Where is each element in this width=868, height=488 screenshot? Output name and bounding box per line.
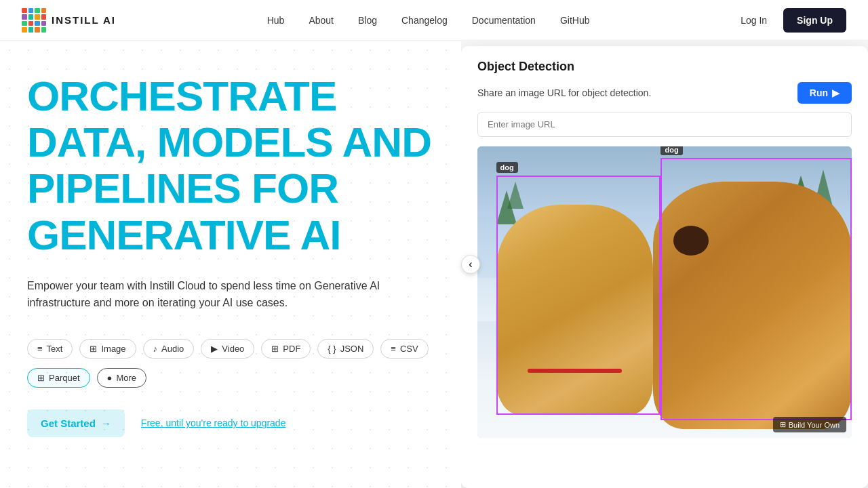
logo[interactable]: INSTILL AI bbox=[22, 8, 116, 33]
right-panel: Object Detection Share an image URL for … bbox=[461, 41, 868, 488]
tag-more[interactable]: ● More bbox=[97, 368, 146, 388]
hero-text: ORCHESTRATE DATA, MODELS AND PIPELINES F… bbox=[27, 73, 434, 437]
video-icon: ▶ bbox=[211, 344, 218, 354]
detection-image: dog dog ⊞ Build Your Own bbox=[477, 146, 852, 438]
bbox-dog-2: dog bbox=[660, 158, 852, 420]
main-content: ORCHESTRATE DATA, MODELS AND PIPELINES F… bbox=[0, 41, 868, 488]
bbox-dog-1: dog bbox=[496, 176, 661, 415]
image-icon: ⊞ bbox=[90, 344, 97, 354]
nav-about[interactable]: About bbox=[309, 15, 334, 26]
tag-image[interactable]: ⊞ Image bbox=[79, 339, 136, 359]
nav-links: Hub About Blog Changelog Documentation G… bbox=[267, 15, 590, 26]
logo-icon bbox=[22, 8, 46, 33]
bbox-label-2: dog bbox=[660, 146, 682, 155]
build-icon: ⊞ bbox=[780, 420, 786, 429]
od-card-header: Object Detection bbox=[477, 60, 852, 74]
od-top-row: Share an image URL for object detection.… bbox=[477, 82, 852, 104]
tag-json[interactable]: { } JSON bbox=[317, 339, 374, 359]
tag-audio[interactable]: ♪ Audio bbox=[143, 339, 195, 359]
build-your-own-button[interactable]: ⊞ Build Your Own bbox=[773, 417, 846, 432]
json-icon: { } bbox=[328, 344, 336, 354]
hero-title: ORCHESTRATE DATA, MODELS AND PIPELINES F… bbox=[27, 73, 434, 258]
od-subtitle: Share an image URL for object detection. bbox=[477, 87, 651, 98]
nav-hub[interactable]: Hub bbox=[267, 15, 285, 26]
nav-blog[interactable]: Blog bbox=[358, 15, 377, 26]
tag-text[interactable]: ≡ Text bbox=[27, 339, 73, 359]
chevron-left-icon: ‹ bbox=[469, 258, 472, 270]
tag-pdf[interactable]: ⊞ PDF bbox=[261, 339, 311, 359]
navbar: INSTILL AI Hub About Blog Changelog Docu… bbox=[0, 0, 868, 41]
more-icon: ● bbox=[107, 373, 113, 383]
signup-button[interactable]: Sign Up bbox=[783, 8, 846, 33]
object-detection-card: Object Detection Share an image URL for … bbox=[461, 46, 868, 488]
nav-github[interactable]: GitHub bbox=[560, 15, 590, 26]
pdf-icon: ⊞ bbox=[271, 344, 279, 354]
hero-section: ORCHESTRATE DATA, MODELS AND PIPELINES F… bbox=[0, 41, 461, 488]
tags-row-1: ≡ Text ⊞ Image ♪ Audio ▶ Video ⊞ PDF bbox=[27, 339, 434, 359]
bbox-label-1: dog bbox=[496, 162, 518, 173]
free-label[interactable]: Free, until you're ready to upgrade bbox=[141, 418, 286, 428]
tag-parquet[interactable]: ⊞ Parquet bbox=[27, 368, 90, 388]
csv-icon: ≡ bbox=[391, 344, 396, 354]
audio-icon: ♪ bbox=[153, 344, 158, 354]
login-button[interactable]: Log In bbox=[741, 15, 767, 26]
get-started-button[interactable]: Get Started → bbox=[27, 409, 125, 437]
run-icon: ▶ bbox=[832, 87, 840, 98]
url-input[interactable] bbox=[477, 112, 852, 137]
logo-text: INSTILL AI bbox=[52, 14, 116, 26]
hero-subtitle: Empower your team with Instill Cloud to … bbox=[27, 277, 407, 312]
run-button[interactable]: Run ▶ bbox=[797, 82, 852, 104]
tag-csv[interactable]: ≡ CSV bbox=[380, 339, 428, 359]
tags-row-2: ⊞ Parquet ● More bbox=[27, 368, 434, 388]
nav-actions: Log In Sign Up bbox=[741, 8, 846, 33]
parquet-icon: ⊞ bbox=[37, 373, 45, 383]
panel-toggle-button[interactable]: ‹ bbox=[461, 255, 480, 274]
od-title: Object Detection bbox=[477, 60, 574, 74]
nav-documentation[interactable]: Documentation bbox=[472, 15, 536, 26]
tag-video[interactable]: ▶ Video bbox=[201, 339, 254, 359]
nav-changelog[interactable]: Changelog bbox=[401, 15, 448, 26]
cta-row: Get Started → Free, until you're ready t… bbox=[27, 409, 434, 437]
text-icon: ≡ bbox=[37, 344, 43, 354]
